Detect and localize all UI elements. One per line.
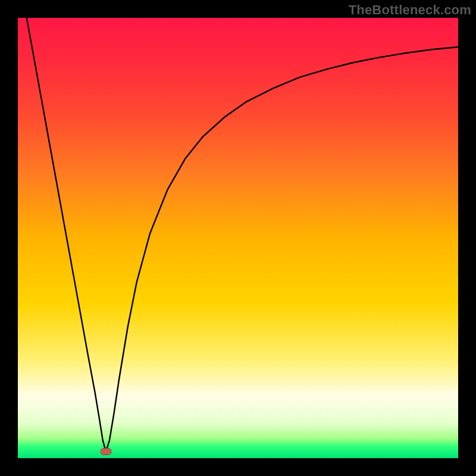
chart-frame: TheBottleneck.com bbox=[0, 0, 476, 476]
watermark-text: TheBottleneck.com bbox=[349, 2, 471, 18]
optimal-point-marker bbox=[101, 448, 111, 455]
plot-background bbox=[18, 18, 458, 458]
chart-plot-area bbox=[18, 18, 458, 458]
